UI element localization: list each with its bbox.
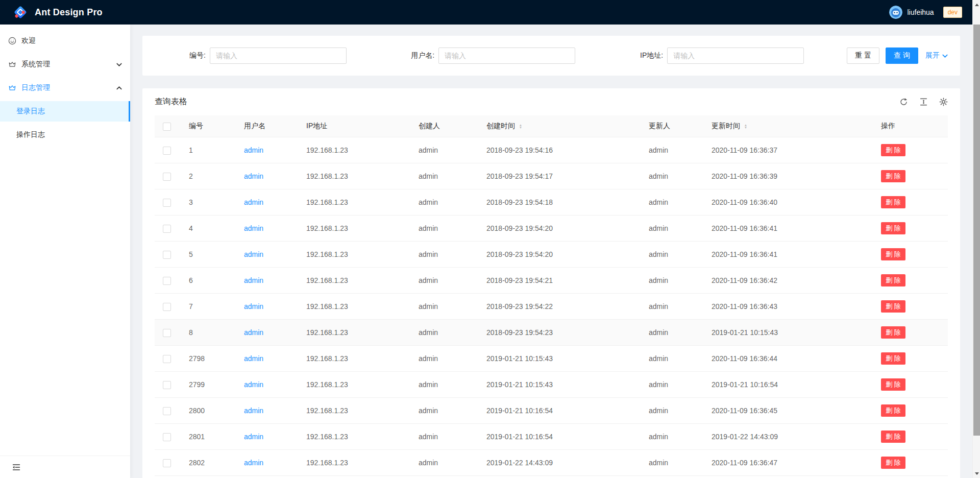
row-checkbox[interactable] [163, 433, 171, 441]
row-checkbox[interactable] [163, 147, 171, 155]
expand-link[interactable]: 展开 [925, 51, 948, 60]
menu-fold-icon[interactable] [12, 463, 20, 471]
cell-updater: admin [641, 137, 703, 163]
username-link[interactable]: admin [244, 172, 263, 180]
delete-button[interactable]: 删 除 [881, 378, 905, 391]
row-checkbox[interactable] [163, 381, 171, 389]
delete-button[interactable]: 删 除 [881, 431, 905, 443]
cell-id: 6 [181, 268, 236, 294]
app: Ant Design Pro liufeihua dev [0, 0, 980, 478]
delete-button[interactable]: 删 除 [881, 352, 905, 365]
delete-button[interactable]: 删 除 [881, 300, 905, 313]
table-row: 7 admin 192.168.1.23 admin 2018-09-23 19… [155, 294, 948, 320]
delete-button[interactable]: 删 除 [881, 170, 905, 182]
cell-id: 2799 [181, 372, 236, 398]
delete-button[interactable]: 删 除 [881, 222, 905, 234]
table-row: 2798 admin 192.168.1.23 admin 2019-01-21… [155, 346, 948, 372]
row-checkbox[interactable] [163, 355, 171, 363]
chevron-up-icon [116, 85, 122, 91]
row-checkbox[interactable] [163, 329, 171, 337]
cell-updater: admin [641, 320, 703, 346]
sort-carets-icon[interactable]: ▲▼ [744, 124, 748, 129]
column-header-ip: IP地址 [298, 115, 410, 137]
query-button[interactable]: 查 询 [886, 47, 918, 64]
scrollbar-down-arrow[interactable] [973, 469, 980, 477]
username-link[interactable]: admin [244, 198, 263, 206]
cell-updater: admin [641, 268, 703, 294]
username-link[interactable]: admin [244, 380, 263, 389]
cell-update-time: 2020-11-09 16:36:44 [703, 346, 873, 372]
column-header-creator: 创建人 [410, 115, 478, 137]
cell-creator: admin [410, 163, 478, 189]
cell-create-time: 2019-01-21 10:15:43 [478, 346, 641, 372]
column-height-icon[interactable] [919, 98, 928, 106]
row-checkbox[interactable] [163, 277, 171, 285]
table-body: 1 admin 192.168.1.23 admin 2018-09-23 19… [155, 137, 948, 476]
cell-create-time: 2018-09-23 19:54:16 [478, 137, 641, 163]
id-input[interactable] [210, 47, 347, 64]
delete-button[interactable]: 删 除 [881, 274, 905, 286]
username[interactable]: liufeihua [907, 8, 934, 16]
delete-button[interactable]: 删 除 [881, 196, 905, 208]
cell-create-time: 2018-09-23 19:54:21 [478, 268, 641, 294]
username-link[interactable]: admin [244, 433, 263, 441]
row-checkbox[interactable] [163, 303, 171, 311]
column-header-create-time[interactable]: 创建时间▲▼ [478, 115, 641, 137]
setting-icon[interactable] [939, 98, 948, 106]
sidebar-item-log-mgmt[interactable]: 日志管理 [0, 78, 130, 98]
delete-button[interactable]: 删 除 [881, 326, 905, 339]
table-row: 2 admin 192.168.1.23 admin 2018-09-23 19… [155, 163, 948, 189]
username-link[interactable]: admin [244, 276, 263, 284]
row-checkbox[interactable] [163, 199, 171, 207]
scrollbar-up-arrow[interactable] [973, 1, 980, 9]
column-header-update-time[interactable]: 更新时间▲▼ [703, 115, 873, 137]
cell-create-time: 2019-01-22 14:43:09 [478, 450, 641, 476]
user-avatar-icon[interactable] [889, 6, 902, 19]
delete-button[interactable]: 删 除 [881, 457, 905, 469]
ip-input[interactable] [667, 47, 804, 64]
cell-create-time: 2019-01-21 10:16:54 [478, 398, 641, 424]
sidebar-item-login-log[interactable]: 登录日志 [0, 101, 130, 122]
sidebar-item-operation-log[interactable]: 操作日志 [0, 125, 130, 145]
username-input[interactable] [438, 47, 575, 64]
username-link[interactable]: admin [244, 250, 263, 258]
row-checkbox[interactable] [163, 459, 171, 467]
row-checkbox[interactable] [163, 225, 171, 233]
cell-creator: admin [410, 189, 478, 216]
reset-button[interactable]: 重 置 [847, 47, 879, 64]
delete-button[interactable]: 删 除 [881, 144, 905, 156]
app-logo[interactable]: Ant Design Pro [12, 4, 103, 20]
username-link[interactable]: admin [244, 146, 263, 154]
vertical-scrollbar[interactable] [972, 0, 980, 478]
cell-creator: admin [410, 294, 478, 320]
username-link[interactable]: admin [244, 459, 263, 467]
delete-button[interactable]: 删 除 [881, 248, 905, 260]
username-link[interactable]: admin [244, 328, 263, 337]
username-link[interactable]: admin [244, 302, 263, 310]
cell-id: 3 [181, 189, 236, 216]
cell-update-time: 2020-11-09 16:36:39 [703, 163, 873, 189]
sidebar-item-system-mgmt[interactable]: 系统管理 [0, 54, 130, 75]
cell-ip: 192.168.1.23 [298, 216, 410, 242]
table-title: 查询表格 [155, 97, 187, 107]
cell-creator: admin [410, 398, 478, 424]
cell-id: 2802 [181, 450, 236, 476]
cell-create-time: 2018-09-23 19:54:22 [478, 294, 641, 320]
sort-carets-icon[interactable]: ▲▼ [519, 124, 523, 129]
table-row: 1 admin 192.168.1.23 admin 2018-09-23 19… [155, 137, 948, 163]
search-form-card: 编号: 用户名: IP地址: 重 置 [142, 36, 960, 76]
scrollbar-thumb[interactable] [973, 25, 980, 436]
table-row: 8 admin 192.168.1.23 admin 2018-09-23 19… [155, 320, 948, 346]
cell-ip: 192.168.1.23 [298, 137, 410, 163]
username-link[interactable]: admin [244, 407, 263, 415]
username-link[interactable]: admin [244, 354, 263, 363]
cell-updater: admin [641, 424, 703, 450]
row-checkbox[interactable] [163, 173, 171, 181]
row-checkbox[interactable] [163, 407, 171, 415]
username-link[interactable]: admin [244, 224, 263, 232]
delete-button[interactable]: 删 除 [881, 404, 905, 417]
select-all-checkbox[interactable] [163, 123, 171, 131]
sidebar-item-welcome[interactable]: 欢迎 [0, 31, 130, 51]
row-checkbox[interactable] [163, 251, 171, 259]
refresh-icon[interactable] [899, 98, 908, 106]
